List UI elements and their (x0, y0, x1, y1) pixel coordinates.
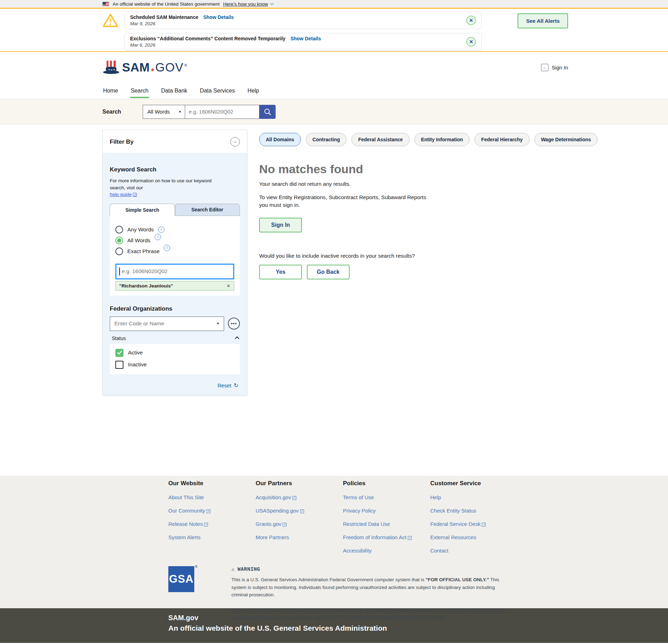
alert-date: Mar 9, 2026 (130, 21, 459, 26)
radio-all-words[interactable] (115, 237, 123, 244)
chevron-up-icon (235, 337, 239, 341)
results-area: All Domains Contracting Federal Assistan… (259, 130, 561, 279)
alert-list: Scheduled SAM Maintenance Show Details M… (124, 12, 482, 50)
gov-banner-text: An official website of the United States… (113, 1, 220, 7)
footer-link-restricted-data-use[interactable]: Restricted Data Use (343, 521, 430, 527)
show-details-link[interactable]: Show Details (290, 36, 321, 41)
keyword-input[interactable] (115, 264, 234, 279)
footer-link-more-partners[interactable]: More Partners (256, 534, 343, 540)
show-details-link[interactable]: Show Details (203, 14, 234, 20)
collapse-filters-button[interactable]: − (230, 137, 240, 147)
reset-icon[interactable]: ↻ (234, 382, 238, 389)
checkbox-active[interactable] (115, 349, 123, 357)
footer-column-policies: Policies Terms of Use Privacy Policy Res… (343, 480, 430, 554)
search-label: Search (102, 109, 121, 115)
checkbox-inactive-label: Inactive (128, 361, 147, 368)
info-icon[interactable]: i (164, 245, 170, 251)
warning-block: ⚠ WARNING This is a U.S. General Service… (231, 566, 512, 622)
footer-column-our-partners: Our Partners Acquisition.gov↗ USASpendin… (256, 480, 343, 554)
footer-link-foia[interactable]: Freedom of Information Act↗ (343, 534, 430, 540)
yes-button[interactable]: Yes (259, 265, 302, 279)
see-all-alerts-button[interactable]: See All Alerts (518, 13, 568, 28)
uncle-sam-hat-icon: ★ ★ ★ (102, 59, 120, 75)
close-icon[interactable]: ✕ (466, 16, 476, 25)
footer-link-accessibility[interactable]: Accessibility (343, 548, 430, 554)
caret-down-icon: ▼ (216, 322, 220, 325)
how-you-know-link[interactable]: Here’s how you know (223, 1, 268, 7)
sign-in-link[interactable]: ← Sign In (541, 64, 568, 71)
tab-simple-search[interactable]: Simple Search (110, 204, 175, 216)
external-link-icon: ↗ (292, 496, 296, 500)
nav-item-help[interactable]: Help (247, 84, 260, 98)
footer-link-acquisition-gov[interactable]: Acquisition.gov↗ (256, 494, 343, 500)
footer-link-contact[interactable]: Contact (430, 548, 518, 554)
footer-link-about-this-site[interactable]: About This Site (168, 494, 256, 500)
sign-in-required-message: To view Entity Registrations, Subcontrac… (259, 194, 436, 209)
domain-tab-contracting[interactable]: Contracting (306, 133, 347, 146)
chevron-down-icon (270, 1, 274, 5)
footer-column-our-website: Our Website About This Site Our Communit… (168, 480, 256, 554)
radio-exact-phrase[interactable] (115, 248, 123, 255)
warning-triangle-icon: ⚠ (231, 566, 235, 572)
nav-item-data-bank[interactable]: Data Bank (160, 84, 188, 98)
search-input[interactable] (185, 105, 259, 119)
nav-item-search[interactable]: Search (130, 84, 149, 98)
gsa-logo: GSA ® (168, 566, 194, 592)
logo-sam-text: SAM (122, 60, 150, 74)
alert-title: Scheduled SAM Maintenance (130, 14, 198, 20)
close-icon[interactable]: ✕ (466, 37, 476, 47)
footer-link-release-notes[interactable]: Release Notes↗ (168, 521, 256, 527)
help-guide-link[interactable]: help guide (110, 192, 131, 197)
sign-in-label: Sign In (552, 65, 568, 70)
tab-search-editor[interactable]: Search Editor (175, 204, 240, 216)
alert-item: Scheduled SAM Maintenance Show Details M… (124, 12, 482, 29)
site-tagline: An official website of the U.S. General … (168, 624, 668, 632)
footer-heading: Our Website (168, 480, 256, 487)
domain-tab-all-domains[interactable]: All Domains (259, 133, 301, 146)
domain-tab-entity-information[interactable]: Entity Information (414, 133, 470, 146)
footer-link-check-entity-status[interactable]: Check Entity Status (430, 508, 518, 514)
go-back-button[interactable]: Go Back (307, 265, 350, 279)
results-sign-in-button[interactable]: Sign In (259, 218, 302, 232)
radio-any-words[interactable] (115, 226, 123, 233)
footer-link-usaspending-gov[interactable]: USASpending.gov↗ (256, 508, 343, 514)
status-toggle[interactable]: Status (110, 335, 240, 341)
footer-link-external-resources[interactable]: External Resources (430, 534, 518, 540)
footer-link-terms-of-use[interactable]: Terms of Use (343, 494, 430, 500)
info-icon[interactable]: i (158, 226, 164, 233)
domain-tab-wage-determinations[interactable]: Wage Determinations (534, 133, 598, 146)
info-icon[interactable]: i (155, 234, 161, 240)
content-area: Filter By − Keyword Search For more info… (0, 124, 668, 476)
registered-mark: ® (184, 63, 187, 67)
svg-text:★: ★ (113, 68, 115, 71)
external-link-icon: ↗ (133, 193, 137, 197)
alert-warning-icon (102, 12, 119, 29)
sam-gov-logo[interactable]: ★ ★ ★ SAM ★ GOV ® (102, 59, 187, 75)
footer-link-grants-gov[interactable]: Grants.gov↗ (256, 521, 343, 527)
federal-org-more-button[interactable]: ••• (228, 318, 240, 330)
nav-item-home[interactable]: Home (102, 84, 119, 98)
checkbox-inactive[interactable] (115, 361, 123, 369)
domain-tab-federal-hierarchy[interactable]: Federal Hierarchy (474, 133, 529, 146)
domain-tab-federal-assistance[interactable]: Federal Assistance (351, 133, 409, 146)
search-button[interactable] (259, 105, 276, 119)
federal-org-select[interactable]: Enter Code or Name ▼ (110, 317, 224, 331)
warning-heading: WARNING (237, 566, 260, 572)
footer-link-privacy-policy[interactable]: Privacy Policy (343, 508, 430, 514)
external-link-icon: ↗ (283, 523, 286, 527)
search-band: Search All Words ▼ (0, 99, 668, 124)
footer-link-system-alerts[interactable]: System Alerts (168, 534, 256, 540)
footer-link-help[interactable]: Help (430, 494, 518, 500)
footer-link-federal-service-desk[interactable]: Federal Service Desk↗ (430, 521, 518, 527)
footer-heading: Policies (343, 480, 430, 487)
reset-filters-link[interactable]: Reset (217, 382, 231, 388)
warning-paragraph-1: This is a U.S. General Services Administ… (231, 576, 512, 599)
main-nav: Home Search Data Bank Data Services Help (0, 83, 668, 99)
chip-remove-icon[interactable]: ✕ (227, 283, 230, 289)
keyword-chip-label: "Richardson Jeanlouis" (119, 283, 173, 289)
filter-by-title: Filter By (110, 138, 134, 145)
us-flag-icon (102, 2, 109, 6)
nav-item-data-services[interactable]: Data Services (199, 84, 236, 98)
footer-link-our-community[interactable]: Our Community↗ (168, 508, 256, 514)
search-mode-select[interactable]: All Words ▼ (143, 105, 185, 119)
